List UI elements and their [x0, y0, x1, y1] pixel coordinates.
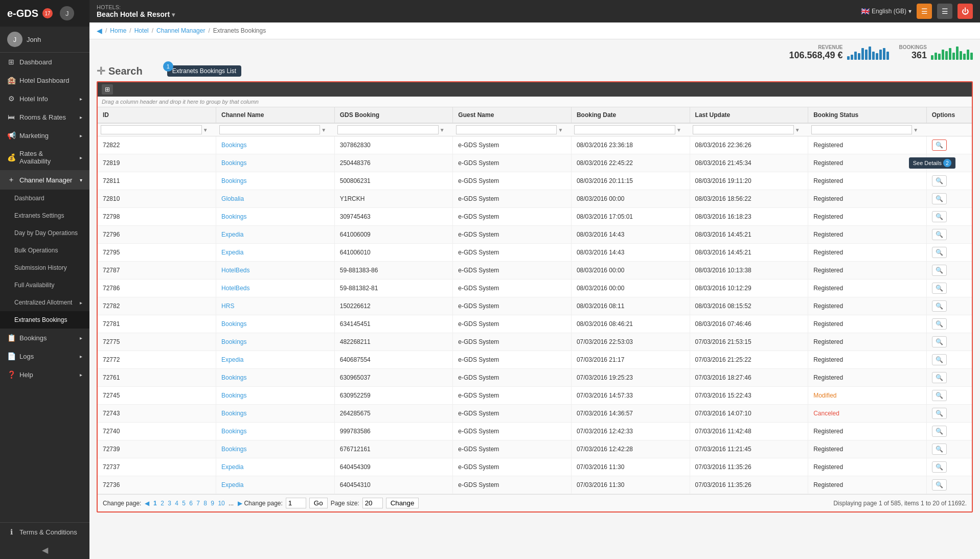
- view-details-btn[interactable]: 🔍: [932, 461, 947, 473]
- sidebar-item-bookings[interactable]: 📋 Bookings ▸: [0, 329, 89, 347]
- breadcrumb-home[interactable]: Home: [110, 27, 126, 34]
- cell-id: 72782: [98, 297, 216, 315]
- channel-link[interactable]: Bookings: [221, 428, 246, 435]
- cell-status: Registered: [808, 369, 927, 387]
- grid-view-btn[interactable]: ⊞: [102, 84, 113, 95]
- breadcrumb-channel-manager[interactable]: Channel Manager: [156, 27, 205, 34]
- page-1[interactable]: 1: [153, 500, 157, 507]
- channel-link[interactable]: Bookings: [221, 410, 246, 417]
- filter-gds-input[interactable]: [337, 125, 439, 134]
- channel-link[interactable]: Expedia: [221, 463, 243, 471]
- view-details-btn[interactable]: 🔍: [932, 283, 947, 294]
- language-selector[interactable]: 🇬🇧 English (GB) ▾: [861, 7, 911, 15]
- view-details-btn[interactable]: 🔍: [932, 479, 947, 491]
- sidebar-item-cm-centralized[interactable]: Centralized Allotment ▸: [0, 294, 89, 311]
- sidebar-item-terms[interactable]: ℹ Terms & Conditions: [0, 523, 89, 541]
- view-details-btn[interactable]: 🔍: [932, 157, 947, 169]
- channel-link[interactable]: Bookings: [221, 374, 246, 381]
- view-details-btn[interactable]: 🔍: [932, 318, 947, 330]
- channel-link[interactable]: HRS: [221, 302, 234, 310]
- filter-guest-input[interactable]: [456, 125, 557, 134]
- sidebar-item-cm-day-by-day[interactable]: Day by Day Operations: [0, 224, 89, 242]
- view-details-btn[interactable]: 🔍: [932, 193, 947, 204]
- channel-link[interactable]: Bookings: [221, 338, 246, 345]
- view-details-btn[interactable]: 🔍: [932, 265, 947, 276]
- filter-status-input[interactable]: [811, 125, 913, 134]
- filter-last-update-input[interactable]: [693, 125, 794, 134]
- view-details-btn[interactable]: 🔍: [932, 426, 947, 437]
- menu-btn-gray[interactable]: ☰: [937, 4, 952, 19]
- sidebar-item-marketing[interactable]: 📢 Marketing ▸: [0, 126, 89, 145]
- channel-link[interactable]: HotelBeds: [221, 267, 249, 274]
- page-6[interactable]: 6: [189, 500, 193, 507]
- channel-link[interactable]: Expedia: [221, 481, 243, 488]
- sidebar-collapse-btn[interactable]: ◀: [0, 541, 89, 559]
- filter-booking-date-input[interactable]: [574, 125, 675, 134]
- filter-channel-input[interactable]: [219, 125, 321, 134]
- view-details-btn[interactable]: 🔍: [932, 390, 947, 401]
- sidebar-item-hotel-dashboard[interactable]: 🏨 Hotel Dashboard: [0, 71, 89, 89]
- channel-link[interactable]: Bookings: [221, 177, 246, 184]
- hotel-dropdown-arrow[interactable]: ▾: [172, 11, 175, 18]
- channel-link[interactable]: Bookings: [221, 142, 246, 149]
- sidebar-item-cm-extranets-bookings[interactable]: Extranets Bookings: [0, 311, 89, 329]
- sidebar-item-cm-bulk[interactable]: Bulk Operations: [0, 242, 89, 259]
- menu-btn-orange[interactable]: ☰: [917, 4, 932, 19]
- channel-link[interactable]: Bookings: [221, 159, 246, 167]
- page-8[interactable]: 8: [203, 500, 207, 507]
- view-details-btn[interactable]: 🔍: [932, 336, 947, 347]
- page-3[interactable]: 3: [168, 500, 171, 507]
- channel-link[interactable]: Expedia: [221, 356, 243, 363]
- sidebar-item-hotel-info[interactable]: ⚙ Hotel Info ▸: [0, 89, 89, 108]
- next-page-btn[interactable]: ▶: [238, 500, 242, 507]
- view-details-btn[interactable]: 🔍: [932, 229, 947, 240]
- sidebar-item-channel-manager[interactable]: ＋ Channel Manager ▾: [0, 170, 89, 190]
- notification-badge: 17: [42, 8, 53, 18]
- page-9[interactable]: 9: [211, 500, 214, 507]
- page-4[interactable]: 4: [175, 500, 178, 507]
- cm-full-avail-label: Full Availability: [14, 282, 54, 289]
- cell-channel: Bookings: [216, 172, 335, 190]
- channel-link[interactable]: HotelBeds: [221, 285, 249, 292]
- view-details-btn[interactable]: 🔍: [932, 139, 947, 151]
- channel-link[interactable]: Bookings: [221, 392, 246, 399]
- page-size-input[interactable]: [362, 498, 383, 508]
- page-5[interactable]: 5: [182, 500, 186, 507]
- prev-page-btn[interactable]: ◀: [145, 500, 149, 507]
- filter-last-update-funnel: ▼: [795, 127, 800, 133]
- page-10[interactable]: 10: [218, 500, 224, 507]
- view-details-btn[interactable]: 🔍: [932, 247, 947, 258]
- view-details-btn[interactable]: 🔍: [932, 300, 947, 312]
- channel-link[interactable]: Globalia: [221, 195, 244, 202]
- filter-id-input[interactable]: [101, 125, 202, 134]
- sidebar-item-rates-avail[interactable]: 💰 Rates & Availability ▸: [0, 145, 89, 170]
- go-btn[interactable]: Go: [309, 498, 328, 508]
- sidebar-item-dashboard[interactable]: ⊞ Dashboard: [0, 53, 89, 71]
- sidebar-item-logs[interactable]: 📄 Logs ▸: [0, 347, 89, 365]
- back-icon[interactable]: ◀: [97, 27, 102, 35]
- channel-link[interactable]: Bookings: [221, 213, 246, 220]
- channel-link[interactable]: Expedia: [221, 231, 243, 238]
- filter-booking-date: ▼: [571, 123, 690, 136]
- page-input[interactable]: [286, 498, 306, 508]
- sidebar-item-cm-dashboard[interactable]: Dashboard: [0, 190, 89, 207]
- page-2[interactable]: 2: [161, 500, 164, 507]
- view-details-btn[interactable]: 🔍: [932, 354, 947, 365]
- view-details-btn[interactable]: 🔍: [932, 372, 947, 383]
- sidebar-item-cm-submission[interactable]: Submission History: [0, 259, 89, 276]
- view-details-btn[interactable]: 🔍: [932, 175, 947, 187]
- channel-link[interactable]: Bookings: [221, 446, 246, 453]
- breadcrumb-hotel[interactable]: Hotel: [134, 27, 149, 34]
- view-details-btn[interactable]: 🔍: [932, 408, 947, 419]
- page-7[interactable]: 7: [196, 500, 200, 507]
- sidebar-item-cm-full-avail[interactable]: Full Availability: [0, 276, 89, 294]
- sidebar-item-cm-extranets[interactable]: Extranets Settings: [0, 207, 89, 224]
- channel-link[interactable]: Bookings: [221, 320, 246, 328]
- sidebar-item-rooms-rates[interactable]: 🛏 Rooms & Rates ▸: [0, 108, 89, 126]
- view-details-btn[interactable]: 🔍: [932, 444, 947, 455]
- view-details-btn[interactable]: 🔍: [932, 211, 947, 222]
- signout-btn[interactable]: ⏻: [958, 4, 973, 19]
- channel-link[interactable]: Expedia: [221, 249, 243, 256]
- sidebar-item-help[interactable]: ❓ Help ▸: [0, 365, 89, 384]
- change-btn[interactable]: Change: [386, 498, 419, 508]
